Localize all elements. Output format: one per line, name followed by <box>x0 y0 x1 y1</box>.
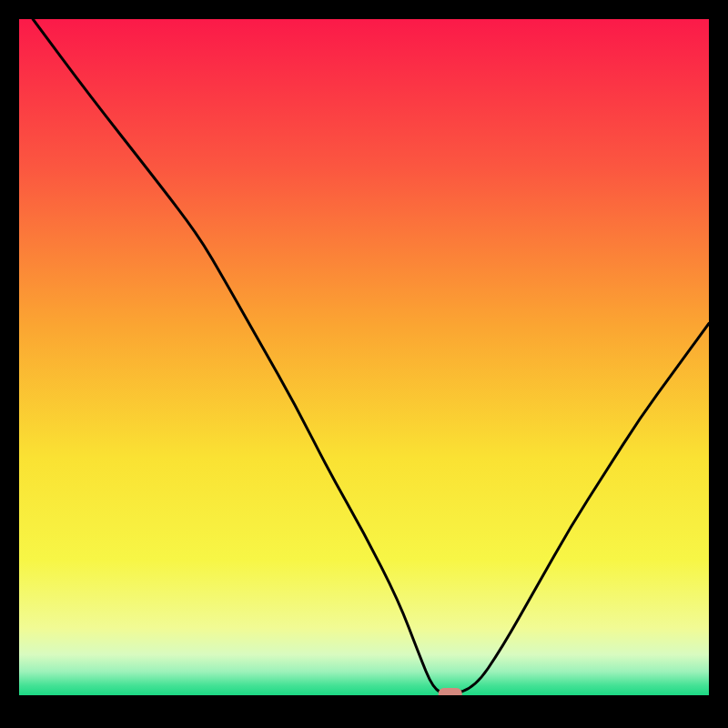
optimal-marker <box>439 688 462 695</box>
plot-border-left <box>0 0 19 728</box>
plot-border-right <box>709 0 728 728</box>
chart-container: TheBottleneck.com <box>0 0 728 728</box>
plot-border-bottom <box>0 695 728 728</box>
line-series <box>19 19 709 695</box>
plot-border-top <box>0 0 728 19</box>
plot-area <box>19 19 709 695</box>
